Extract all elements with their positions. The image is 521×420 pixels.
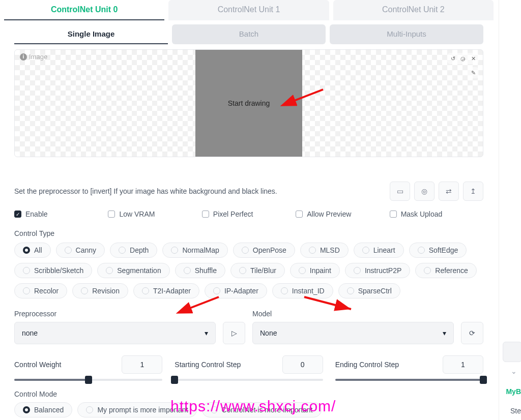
- allowpreview-checkbox[interactable]: [296, 211, 303, 218]
- start-step-slider[interactable]: [175, 379, 323, 381]
- enable-checkbox[interactable]: [14, 211, 21, 218]
- radio-icon: [106, 267, 113, 274]
- control-type-label: NormalMap: [182, 246, 219, 254]
- control-type-label: OpenPose: [253, 246, 286, 254]
- radio-icon: [119, 247, 126, 254]
- preprocessor-hint: Set the preprocessor to [invert] If your…: [14, 187, 277, 195]
- undo-icon[interactable]: ↺: [448, 54, 457, 63]
- control-type-revision[interactable]: Revision: [72, 283, 128, 298]
- pixelperfect-label: Pixel Perfect: [213, 210, 253, 218]
- lowvram-label: Low VRAM: [119, 210, 155, 218]
- control-type-segmentation[interactable]: Segmentation: [97, 263, 169, 278]
- control-type-scribble-sketch[interactable]: Scribble/Sketch: [14, 263, 92, 278]
- image-canvas[interactable]: i Image Start drawing ↺ ◶ ✕ ✎: [14, 49, 483, 157]
- control-type-ip-adapter[interactable]: IP-Adapter: [205, 283, 267, 298]
- info-icon: i: [20, 53, 27, 61]
- control-type-openpose[interactable]: OpenPose: [233, 243, 295, 258]
- tab-unit-2[interactable]: ControlNet Unit 2: [333, 0, 494, 20]
- control-type-label: Recolor: [34, 287, 59, 295]
- right-panel-box[interactable]: [503, 342, 521, 362]
- swap-icon[interactable]: ⇄: [439, 182, 459, 201]
- control-type-reference[interactable]: Reference: [415, 263, 477, 278]
- pixelperfect-checkbox[interactable]: [202, 211, 209, 218]
- radio-icon: [81, 287, 88, 294]
- radio-icon: [23, 247, 30, 254]
- options-checkbox-row: Enable Low VRAM Pixel Perfect Allow Prev…: [14, 210, 483, 218]
- control-weight-label: Control Weight: [14, 361, 61, 369]
- start-step-input[interactable]: 0: [282, 355, 323, 374]
- control-type-instant-id[interactable]: Instant_ID: [272, 283, 333, 298]
- action-button-row: ▭ ◎ ⇄ ↥: [390, 182, 483, 201]
- control-type-label: IP-Adapter: [224, 287, 258, 295]
- erase-icon[interactable]: ◶: [458, 54, 468, 63]
- control-type-instructp2p[interactable]: InstructP2P: [345, 263, 410, 278]
- maskupload-label: Mask Upload: [401, 210, 443, 218]
- control-type-normalmap[interactable]: NormalMap: [162, 243, 227, 258]
- preprocessor-value: none: [22, 329, 38, 337]
- tab-unit-0[interactable]: ControlNet Unit 0: [4, 0, 164, 20]
- start-step-label: Starting Control Step: [175, 361, 241, 369]
- control-type-recolor[interactable]: Recolor: [14, 283, 67, 298]
- radio-icon: [171, 247, 178, 254]
- control-type-t2i-adapter[interactable]: T2I-Adapter: [133, 283, 199, 298]
- close-icon[interactable]: ✕: [469, 54, 478, 63]
- control-weight-input[interactable]: 1: [122, 355, 162, 374]
- control-type-softedge[interactable]: SoftEdge: [409, 243, 467, 258]
- end-step-label: Ending Control Step: [335, 361, 399, 369]
- radio-icon: [239, 267, 246, 274]
- radio-icon: [213, 287, 220, 294]
- control-type-sparsectrl[interactable]: SparseCtrl: [338, 283, 400, 298]
- right-text-1: MyB: [506, 387, 521, 396]
- refresh-models-button[interactable]: ⟳: [461, 322, 483, 344]
- chevron-down-icon: ▾: [205, 329, 208, 337]
- control-type-depth[interactable]: Depth: [110, 243, 157, 258]
- control-type-lineart[interactable]: Lineart: [354, 243, 404, 258]
- tab-batch[interactable]: Batch: [172, 24, 326, 44]
- radio-icon: [242, 247, 249, 254]
- end-step-slider[interactable]: [335, 379, 483, 381]
- run-preprocessor-button[interactable]: ▷: [223, 322, 245, 344]
- radio-icon: [299, 267, 306, 274]
- radio-icon: [281, 287, 288, 294]
- control-type-label: InstructP2P: [365, 266, 401, 275]
- model-select[interactable]: None ▾: [252, 322, 454, 344]
- control-type-label: Lineart: [373, 246, 395, 254]
- lowvram-checkbox[interactable]: [108, 211, 115, 218]
- tab-unit-1[interactable]: ControlNet Unit 1: [168, 0, 329, 20]
- radio-icon: [424, 267, 431, 274]
- chevron-down-icon[interactable]: ⌄: [511, 367, 517, 375]
- control-type-label: Reference: [435, 266, 468, 275]
- pencil-icon[interactable]: ✎: [469, 68, 478, 77]
- control-type-all[interactable]: All: [14, 243, 51, 258]
- open-new-icon[interactable]: ▭: [390, 182, 410, 201]
- control-type-label: SparseCtrl: [358, 287, 392, 295]
- control-type-label: Inpaint: [310, 266, 331, 275]
- right-text-2: Ste: [510, 407, 521, 415]
- control-type-tile-blur[interactable]: Tile/Blur: [230, 263, 285, 278]
- control-type-label: Scribble/Sketch: [34, 266, 83, 275]
- control-type-inpaint[interactable]: Inpaint: [290, 263, 340, 278]
- control-type-mlsd[interactable]: MLSD: [300, 243, 349, 258]
- tab-single-image[interactable]: Single Image: [14, 24, 168, 44]
- image-placeholder[interactable]: Start drawing: [195, 50, 302, 157]
- preprocessor-select[interactable]: none ▾: [14, 322, 216, 344]
- radio-icon: [23, 287, 30, 294]
- controlnet-unit-tabs: ControlNet Unit 0 ControlNet Unit 1 Cont…: [4, 0, 494, 20]
- maskupload-checkbox[interactable]: [390, 211, 397, 218]
- control-type-shuffle[interactable]: Shuffle: [175, 263, 225, 278]
- control-mode-label: Control Mode: [14, 390, 483, 398]
- mode-balanced[interactable]: Balanced: [14, 402, 72, 417]
- webcam-icon[interactable]: ◎: [414, 182, 435, 201]
- control-type-label: Depth: [130, 246, 149, 254]
- image-corner-text: Image: [29, 53, 47, 61]
- image-corner-label: i Image: [20, 53, 47, 61]
- input-mode-tabs: Single Image Batch Multi-Inputs: [14, 24, 483, 44]
- control-type-canny[interactable]: Canny: [56, 243, 105, 258]
- chevron-down-icon: ▾: [443, 329, 446, 337]
- image-toolbar-edit: ✎: [468, 67, 479, 78]
- control-weight-slider[interactable]: [14, 379, 162, 381]
- end-step-input[interactable]: 1: [443, 355, 483, 374]
- control-type-label: T2I-Adapter: [153, 287, 191, 295]
- tab-multi-inputs[interactable]: Multi-Inputs: [330, 24, 483, 44]
- send-up-icon[interactable]: ↥: [463, 182, 483, 201]
